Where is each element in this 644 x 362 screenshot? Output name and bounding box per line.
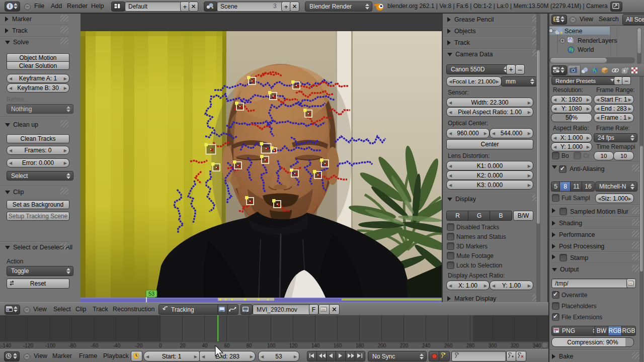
svg-text:-100: -100 — [45, 343, 55, 348]
svg-text:180: 180 — [356, 343, 364, 348]
svg-text:300: 300 — [489, 343, 497, 348]
svg-text:140: 140 — [311, 343, 320, 348]
svg-text:53: 53 — [148, 291, 154, 297]
svg-text:-120: -120 — [23, 343, 33, 348]
svg-text:-140: -140 — [1, 343, 11, 348]
svg-text:160: 160 — [334, 343, 342, 348]
svg-text:260: 260 — [444, 343, 453, 348]
svg-text:120: 120 — [289, 343, 298, 348]
svg-text:-20: -20 — [135, 343, 143, 348]
svg-text:0: 0 — [159, 343, 162, 348]
svg-text:220: 220 — [400, 343, 409, 348]
svg-text:320: 320 — [511, 343, 519, 348]
svg-text:-60: -60 — [91, 343, 99, 348]
svg-text:a: a — [569, 38, 571, 42]
svg-text:20: 20 — [180, 343, 186, 348]
svg-text:340: 340 — [533, 343, 541, 348]
svg-text:280: 280 — [466, 343, 475, 348]
svg-text:100: 100 — [267, 343, 276, 348]
svg-text:200: 200 — [378, 343, 386, 348]
svg-text:-80: -80 — [69, 343, 76, 348]
svg-text:240: 240 — [422, 343, 431, 348]
svg-text:60: 60 — [224, 343, 230, 348]
svg-text:80: 80 — [246, 343, 252, 348]
svg-text:40: 40 — [202, 343, 208, 348]
svg-text:-40: -40 — [113, 343, 121, 348]
